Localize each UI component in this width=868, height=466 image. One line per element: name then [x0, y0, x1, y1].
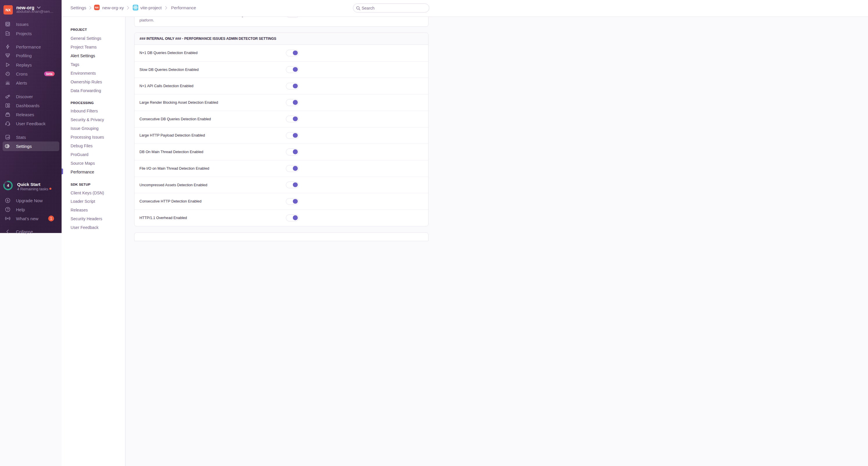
svg-text:4: 4: [7, 183, 9, 188]
